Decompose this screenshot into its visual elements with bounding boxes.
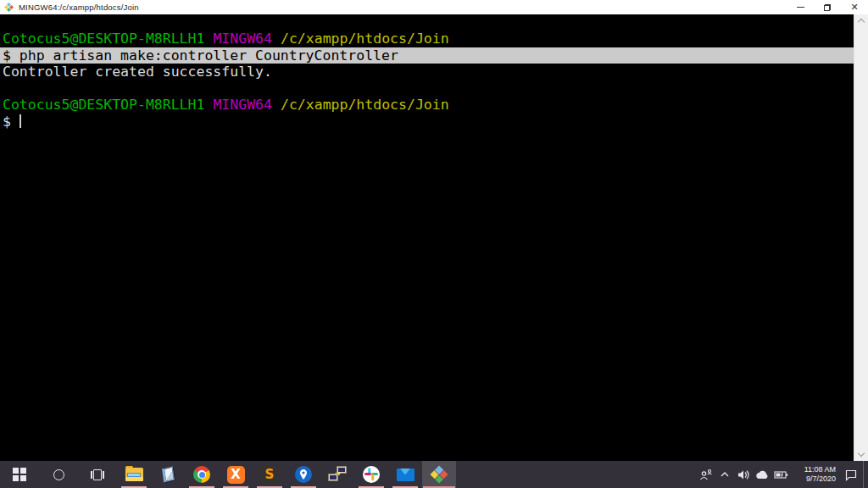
battery-charging-icon	[774, 470, 788, 480]
notepad-icon	[162, 466, 175, 482]
taskbar-maps[interactable]	[287, 461, 320, 488]
close-button[interactable]: ✕	[841, 0, 868, 14]
scroll-up-icon[interactable]	[858, 19, 865, 25]
clock-time: 11:08 AM	[804, 465, 836, 474]
taskbar-git-bash[interactable]	[422, 461, 456, 488]
taskbar-slack[interactable]	[354, 461, 388, 488]
restore-icon	[824, 4, 831, 11]
taskbar-notepad[interactable]	[151, 461, 185, 488]
onedrive-button[interactable]	[753, 461, 771, 488]
map-pin-icon	[295, 466, 312, 483]
file-explorer-icon	[125, 468, 143, 481]
prompt-user: Cotocus5@DESKTOP-M8RLLH1	[3, 97, 204, 113]
taskbar-clock[interactable]: 11:08 AM 9/7/2020	[790, 461, 839, 488]
minimize-icon	[797, 7, 804, 8]
sublime-text-icon: S	[261, 466, 279, 484]
hidden-icons-button[interactable]	[715, 461, 734, 488]
cortana-icon	[53, 469, 64, 480]
task-view-icon	[91, 469, 104, 480]
restore-button[interactable]	[814, 0, 841, 14]
git-bash-icon	[430, 465, 448, 484]
selected-command-line[interactable]: $ php artisan make:controller CountryCon…	[0, 47, 854, 64]
prompt-env: MINGW64	[213, 30, 272, 47]
blank-line	[0, 80, 854, 97]
command-output-line: Controller created successfully.	[0, 64, 854, 80]
text-cursor	[19, 114, 21, 128]
volume-button[interactable]	[734, 461, 753, 488]
start-button[interactable]	[0, 461, 39, 488]
taskbar-sublime-text[interactable]: S	[253, 461, 287, 488]
action-center-icon	[844, 469, 858, 481]
people-tray-button[interactable]	[697, 461, 715, 488]
input-line[interactable]: $	[0, 114, 854, 130]
system-tray: 11:08 AM 9/7/2020	[697, 461, 868, 488]
cloud-icon	[755, 470, 769, 480]
terminal-scrollbar[interactable]	[854, 14, 868, 461]
prompt-user: Cotocus5@DESKTOP-M8RLLH1	[3, 30, 204, 47]
windows-logo-icon	[13, 468, 26, 481]
prompt-env: MINGW64	[213, 97, 272, 113]
taskbar-xampp[interactable]: X	[219, 461, 253, 488]
taskbar-chrome[interactable]	[185, 461, 219, 488]
prompt-line-2: Cotocus5@DESKTOP-M8RLLH1MINGW64/c/xampp/…	[0, 97, 854, 114]
taskbar: X S	[0, 461, 868, 488]
prompt-path: /c/xampp/htdocs/Join	[281, 97, 449, 113]
mail-icon	[397, 469, 415, 481]
terminal-screen[interactable]: Cotocus5@DESKTOP-M8RLLH1MINGW64/c/xampp/…	[0, 14, 854, 461]
prompt-symbol: $	[3, 114, 11, 130]
show-desktop-button[interactable]	[863, 461, 868, 488]
taskbar-file-explorer[interactable]	[117, 461, 151, 488]
taskbar-mail[interactable]	[388, 461, 422, 488]
xampp-icon: X	[227, 466, 245, 484]
window-titlebar[interactable]: MINGW64:/c/xampp/htdocs/Join ✕	[0, 0, 868, 14]
power-battery-button[interactable]	[771, 461, 790, 488]
cortana-button[interactable]	[39, 461, 78, 488]
action-center-button[interactable]	[839, 461, 863, 488]
taskbar-network-computers[interactable]	[320, 461, 354, 488]
minimize-button[interactable]	[787, 0, 814, 14]
chrome-icon	[193, 466, 210, 483]
slack-icon	[363, 466, 380, 483]
window-title: MINGW64:/c/xampp/htdocs/Join	[19, 3, 139, 12]
git-bash-window-icon	[4, 3, 14, 12]
close-icon: ✕	[850, 3, 858, 12]
task-view-button[interactable]	[78, 461, 117, 488]
clock-date: 9/7/2020	[806, 474, 836, 484]
chevron-up-icon	[720, 471, 730, 478]
prompt-path: /c/xampp/htdocs/Join	[281, 30, 449, 47]
network-computers-icon	[328, 466, 347, 483]
scroll-down-icon[interactable]	[858, 450, 865, 457]
people-icon	[699, 469, 713, 480]
speaker-icon	[737, 469, 750, 480]
prompt-line-1: Cotocus5@DESKTOP-M8RLLH1MINGW64/c/xampp/…	[0, 30, 854, 47]
